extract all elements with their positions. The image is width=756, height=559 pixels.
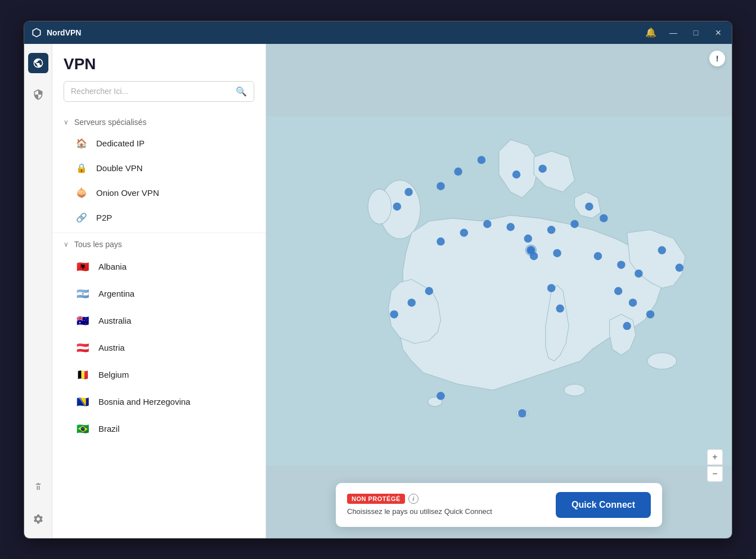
map-panel: ! + − NON PROTÉGÉ i Choisissez le pays o… <box>266 44 732 538</box>
search-input[interactable] <box>71 87 231 96</box>
search-box[interactable]: 🔍 <box>64 81 254 102</box>
all-countries-label: Tous les pays <box>74 240 122 249</box>
double-vpn-icon: 🔒 <box>75 162 88 175</box>
sidebar-icon-settings[interactable] <box>28 509 48 529</box>
svg-point-22 <box>512 170 520 178</box>
svg-point-11 <box>483 220 491 227</box>
svg-point-19 <box>556 304 564 312</box>
belgium-flag: 🇧🇪 <box>75 367 91 383</box>
svg-point-42 <box>436 182 444 190</box>
svg-point-31 <box>614 287 622 294</box>
svg-point-34 <box>658 246 666 254</box>
notification-bell-icon[interactable]: 🔔 <box>644 26 658 39</box>
nordvpn-logo-icon <box>31 27 42 38</box>
app-window: NordVPN 🔔 — □ ✕ <box>24 21 732 539</box>
icon-sidebar <box>24 44 52 538</box>
austria-label: Austria <box>98 343 125 352</box>
section-divider <box>52 232 266 233</box>
svg-point-32 <box>629 298 637 306</box>
all-countries-header[interactable]: ∨ Tous les pays <box>52 235 266 253</box>
list-item-bosnia[interactable]: 🇧🇦 Bosnia and Herzegovina <box>52 388 266 415</box>
list-panel: VPN 🔍 ∨ Serveurs spécialisés 🏠 Dedicated… <box>52 44 266 538</box>
list-item-australia[interactable]: 🇦🇺 Australia <box>52 307 266 334</box>
list-item-brazil[interactable]: 🇧🇷 Brazil <box>52 415 266 442</box>
quick-connect-button[interactable]: Quick Connect <box>556 492 651 518</box>
bosnia-flag: 🇧🇦 <box>75 394 91 410</box>
svg-point-10 <box>460 229 468 236</box>
app-title: NordVPN <box>47 28 81 37</box>
zoom-out-button[interactable]: − <box>707 466 723 482</box>
brazil-label: Brazil <box>98 424 120 433</box>
svg-point-6 <box>647 352 677 369</box>
specialized-servers-label: Serveurs spécialisés <box>74 118 146 127</box>
onion-vpn-label: Onion Over VPN <box>96 188 159 198</box>
sidebar-icon-timer[interactable] <box>28 477 48 498</box>
albania-label: Albania <box>98 262 127 271</box>
svg-point-41 <box>436 392 444 400</box>
status-badge-container: NON PROTÉGÉ i <box>347 494 492 504</box>
list-item-albania[interactable]: 🇦🇱 Albania <box>52 253 266 280</box>
svg-point-27 <box>617 261 625 269</box>
info-icon[interactable]: i <box>408 494 418 504</box>
bosnia-label: Bosnia and Herzegovina <box>98 397 190 406</box>
svg-point-26 <box>594 252 602 260</box>
list-item-dedicated-ip[interactable]: 🏠 Dedicated IP <box>52 131 266 156</box>
titlebar: NordVPN 🔔 — □ ✕ <box>24 21 732 44</box>
svg-point-30 <box>646 310 654 318</box>
svg-point-16 <box>408 298 416 306</box>
p2p-label: P2P <box>96 213 112 222</box>
svg-point-21 <box>570 220 578 227</box>
main-content: VPN 🔍 ∨ Serveurs spécialisés 🏠 Dedicated… <box>24 44 732 538</box>
svg-point-38 <box>478 155 485 163</box>
svg-point-23 <box>538 164 546 172</box>
list-item-belgium[interactable]: 🇧🇪 Belgium <box>52 361 266 388</box>
double-vpn-label: Double VPN <box>96 163 143 173</box>
list-item-austria[interactable]: 🇦🇹 Austria <box>52 334 266 361</box>
svg-point-8 <box>404 187 412 195</box>
maximize-button[interactable]: □ <box>689 26 703 39</box>
svg-point-20 <box>547 226 555 234</box>
status-badge: NON PROTÉGÉ <box>347 494 405 504</box>
dedicated-ip-icon: 🏠 <box>75 137 88 150</box>
list-item-onion-vpn[interactable]: 🧅 Onion Over VPN <box>52 181 266 205</box>
svg-point-5 <box>564 384 585 396</box>
zoom-in-button[interactable]: + <box>707 449 723 465</box>
list-item-double-vpn[interactable]: 🔒 Double VPN <box>52 156 266 181</box>
sidebar-icon-globe[interactable] <box>28 53 48 73</box>
zoom-controls: + − <box>707 449 723 482</box>
dedicated-ip-label: Dedicated IP <box>96 138 145 148</box>
specialized-servers-header[interactable]: ∨ Serveurs spécialisés <box>52 113 266 131</box>
svg-point-37 <box>527 246 535 254</box>
window-controls: 🔔 — □ ✕ <box>644 26 725 39</box>
svg-point-29 <box>623 321 631 329</box>
search-icon: 🔍 <box>236 86 247 97</box>
argentina-label: Argentina <box>98 289 134 298</box>
status-bar: NON PROTÉGÉ i Choisissez le pays ou util… <box>336 483 662 527</box>
list-item-argentina[interactable]: 🇦🇷 Argentina <box>52 280 266 307</box>
svg-point-35 <box>676 263 683 271</box>
albania-flag: 🇦🇱 <box>75 259 91 275</box>
sidebar-icon-shield[interactable] <box>28 84 48 105</box>
europe-map <box>266 44 732 538</box>
list-item-p2p[interactable]: 🔗 P2P <box>52 205 266 230</box>
chevron-down-icon-countries: ∨ <box>64 240 69 248</box>
svg-point-18 <box>547 284 555 292</box>
chevron-down-icon: ∨ <box>64 118 69 126</box>
belgium-label: Belgium <box>98 370 129 379</box>
map-alert-icon[interactable]: ! <box>709 51 725 66</box>
svg-point-2 <box>368 189 391 223</box>
svg-point-15 <box>553 249 561 257</box>
p2p-icon: 🔗 <box>75 211 88 225</box>
svg-point-25 <box>600 214 608 222</box>
minimize-button[interactable]: — <box>667 26 680 39</box>
onion-vpn-icon: 🧅 <box>75 186 88 200</box>
australia-flag: 🇦🇺 <box>75 313 91 329</box>
australia-label: Australia <box>98 316 131 325</box>
svg-point-24 <box>585 202 593 210</box>
svg-point-28 <box>634 269 642 277</box>
close-button[interactable]: ✕ <box>712 26 725 39</box>
sidebar-bottom-icons <box>28 477 48 529</box>
svg-point-40 <box>518 409 526 417</box>
server-list: ∨ Serveurs spécialisés 🏠 Dedicated IP 🔒 … <box>52 109 266 538</box>
list-header: VPN 🔍 <box>52 44 266 109</box>
